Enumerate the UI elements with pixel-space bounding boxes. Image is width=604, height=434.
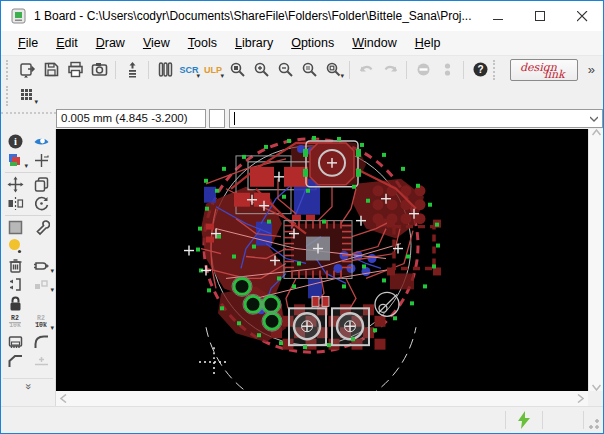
split-tool[interactable] [2,351,28,370]
split-icon [7,352,24,369]
command-history-box[interactable] [209,109,225,128]
zoom-in-button[interactable] [249,58,273,81]
zoom-fit-button[interactable] [225,58,249,81]
horizontal-scrollbar[interactable] [56,391,588,406]
help-icon: ? [472,61,489,78]
lock-icon [7,295,24,312]
scroll-down-icon[interactable] [592,384,601,391]
pinswap-tool[interactable] [2,275,28,294]
add-part-tool[interactable]: ▾ [28,256,54,275]
value-tool[interactable]: R2 10k ▾ [28,313,54,332]
zoom-fit-icon [229,61,246,78]
design-link-button[interactable]: design link [510,59,578,81]
minimize-button[interactable] [477,1,519,31]
columns-icon [157,61,174,78]
mark-tool[interactable] [28,151,54,170]
change-tool[interactable] [28,218,54,237]
scr-button[interactable]: SCR ▾ [177,58,201,81]
more-tools-label: » [23,383,34,389]
toolbar-overflow-button[interactable]: » [584,62,599,77]
tool-separator [5,215,51,216]
rotate-tool[interactable] [28,194,54,213]
optimize-tool[interactable] [28,351,54,370]
lock-tool[interactable] [2,294,28,313]
info-tool[interactable]: i [2,132,28,151]
resize-grip[interactable] [588,418,600,430]
ulp-button[interactable]: ULP ▾ [201,58,225,81]
menu-item-help[interactable]: Help [406,33,450,53]
miter-tool[interactable] [28,332,54,351]
menu-item-edit[interactable]: Edit [47,33,87,53]
paste-tool[interactable] [2,237,28,256]
print-button[interactable] [63,58,87,81]
help-button[interactable]: ? [468,58,492,81]
zoom-out-button[interactable] [273,58,297,81]
image-export-button[interactable] [87,58,111,81]
copy-icon [33,176,50,193]
coordinate-display: 0.005 mm (4.845 -3.200) [56,109,206,128]
scroll-up-icon[interactable] [592,129,601,136]
copy-tool[interactable] [28,175,54,194]
tool-separator [5,172,51,173]
status-lightning-icon[interactable] [516,411,532,429]
redo-button[interactable] [378,58,402,81]
trash-icon [7,257,24,274]
name-tool[interactable]: R2 10k [2,313,28,332]
traffic-light-button[interactable] [435,58,459,81]
stop-button[interactable] [411,58,435,81]
more-tools-button[interactable]: » [3,378,53,391]
tool-palette: i ▾ [1,129,56,391]
zoom-select-icon [325,61,342,78]
rotate-icon [33,195,50,212]
delete-tool[interactable] [2,256,28,275]
info-icon: i [7,133,24,150]
menu-item-library[interactable]: Library [226,33,282,53]
ulp-label: ULP [204,65,222,75]
svg-text:?: ? [477,64,483,75]
eye-icon [33,133,50,150]
grid-settings-icon [19,87,36,104]
layer-stack-button[interactable] [120,58,144,81]
menu-item-view[interactable]: View [134,33,179,53]
maximize-button[interactable] [519,1,561,31]
toolbar-grip[interactable] [6,86,11,106]
status-separator [583,411,584,429]
zoom-redraw-button[interactable] [297,58,321,81]
scroll-left-icon[interactable] [60,394,67,403]
close-button[interactable] [561,1,603,31]
display-layers-tool[interactable]: ▾ [2,151,28,170]
group-tool[interactable] [2,218,28,237]
menu-item-options[interactable]: Options [282,33,343,53]
close-icon [577,11,588,22]
menu-item-tools[interactable]: Tools [179,33,226,53]
toolbar-separator [349,61,350,79]
move-tool[interactable] [2,175,28,194]
menu-item-file[interactable]: File [9,33,47,53]
board-canvas[interactable] [56,129,588,391]
zoom-redraw-icon [301,61,318,78]
save-button[interactable] [39,58,63,81]
chevron-down-icon: ▾ [220,73,224,79]
optimize-icon [33,352,50,369]
menu-item-window[interactable]: Window [343,33,405,53]
replace-tool[interactable]: ▾ [28,275,54,294]
columns-button[interactable] [153,58,177,81]
grid-settings-button[interactable]: ▾ [15,84,39,107]
layers-icon [7,152,24,169]
show-tool[interactable] [28,132,54,151]
menu-item-draw[interactable]: Draw [87,33,134,53]
smash-tool[interactable] [2,332,28,351]
toolbar-grip[interactable] [493,60,498,80]
command-input[interactable] [229,109,603,128]
mirror-tool[interactable] [2,194,28,213]
palette-footer [1,391,56,406]
toolbar-grip[interactable] [6,60,11,80]
open-board-button[interactable] [15,58,39,81]
menu-bar: FileEditDrawViewToolsLibraryOptionsWindo… [1,31,603,56]
chevron-down-icon: ▾ [50,287,54,293]
scroll-right-icon[interactable] [577,394,584,403]
zoom-select-button[interactable]: ▾ [321,58,345,81]
chevron-down-icon[interactable] [590,115,598,123]
undo-button[interactable] [354,58,378,81]
vertical-scrollbar[interactable] [588,129,603,391]
